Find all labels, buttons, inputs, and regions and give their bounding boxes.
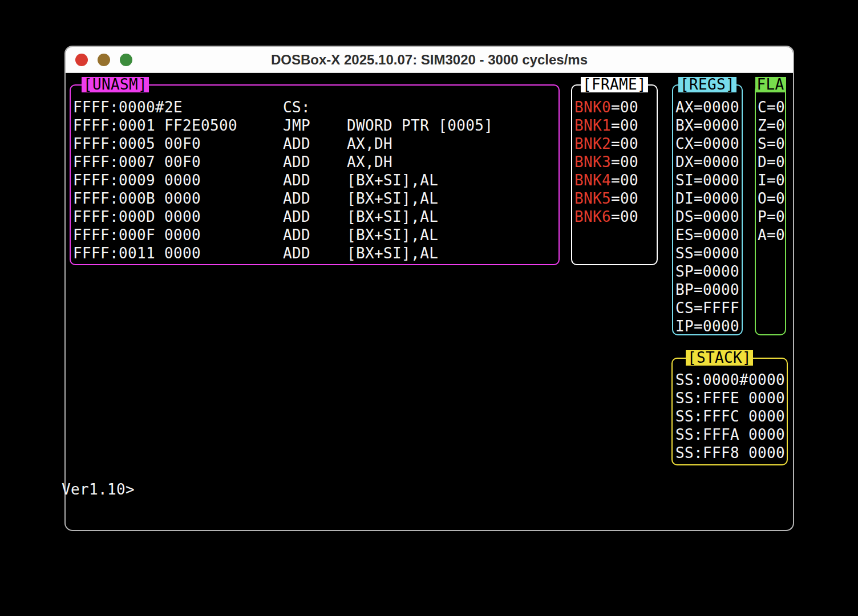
bank-row: BNK6=00 — [574, 208, 657, 226]
bank-value: =00 — [611, 208, 638, 225]
disasm-line: FFFF:0000#2E CS: — [73, 98, 558, 116]
bank-value: =00 — [611, 117, 638, 134]
bank-value: =00 — [611, 99, 638, 116]
register-row: DS=0000 — [675, 208, 742, 226]
regs-panel: [REGS] AX=0000 BX=0000 CX=0000 DX=0000 S… — [672, 84, 743, 335]
disasm-line: FFFF:0005 00F0 ADD AX,DH — [73, 135, 558, 153]
bank-name: BNK2 — [574, 135, 611, 152]
bank-name: BNK1 — [574, 117, 611, 134]
disasm-line: FFFF:000D 0000 ADD [BX+SI],AL — [73, 208, 558, 226]
disasm-line: FFFF:0011 0000 ADD [BX+SI],AL — [73, 244, 558, 262]
bank-row: BNK5=00 — [574, 189, 657, 208]
minimize-button[interactable] — [98, 54, 110, 66]
frame-panel-label: [FRAME] — [581, 77, 648, 92]
flag-row: S=0 — [758, 135, 785, 153]
bank-name: BNK5 — [574, 190, 611, 207]
zoom-button[interactable] — [120, 54, 132, 66]
flag-row: P=0 — [758, 208, 785, 226]
disasm-line: FFFF:0001 FF2E0500 JMP DWORD PTR [0005] — [73, 116, 558, 135]
stack-row: SS:FFFC 0000 — [675, 407, 787, 425]
register-row: SI=0000 — [675, 171, 742, 189]
bank-name: BNK6 — [574, 208, 611, 225]
flags-panel-label: FLA — [755, 77, 786, 92]
bank-row: BNK0=00 — [574, 98, 657, 116]
register-row: ES=0000 — [675, 226, 742, 244]
title-bar[interactable]: DOSBox-X 2025.10.07: SIM3020 - 3000 cycl… — [66, 47, 793, 73]
frame-panel: [FRAME] BNK0=00 BNK1=00 BNK2=00 BNK3=00 … — [571, 84, 658, 265]
register-list: AX=0000 BX=0000 CX=0000 DX=0000 SI=0000 … — [673, 86, 742, 335]
bank-row: BNK1=00 — [574, 116, 657, 135]
disasm-line: FFFF:000B 0000 ADD [BX+SI],AL — [73, 189, 558, 208]
flag-row: I=0 — [758, 171, 785, 189]
bank-name: BNK3 — [574, 153, 611, 171]
regs-panel-label: [REGS] — [678, 77, 736, 92]
bank-name: BNK4 — [574, 172, 611, 189]
stack-row: SS:FFFA 0000 — [675, 425, 787, 444]
unasm-listing: FFFF:0000#2E CS: FFFF:0001 FF2E0500 JMP … — [71, 86, 558, 262]
stack-row: SS:0000#0000 — [675, 371, 787, 389]
dosbox-window: DOSBox-X 2025.10.07: SIM3020 - 3000 cycl… — [64, 46, 794, 531]
stack-row: SS:FFF8 0000 — [675, 444, 787, 462]
close-button[interactable] — [75, 54, 88, 66]
traffic-lights — [75, 47, 132, 72]
bank-row: BNK3=00 — [574, 153, 657, 171]
register-row: BP=0000 — [675, 281, 742, 299]
disasm-line: FFFF:000F 0000 ADD [BX+SI],AL — [73, 226, 558, 244]
unasm-panel: [UNASM] FFFF:0000#2E CS: FFFF:0001 FF2E0… — [70, 84, 560, 265]
register-row: SP=0000 — [675, 262, 742, 281]
register-row: CS=FFFF — [675, 299, 742, 317]
flag-row: A=0 — [758, 226, 785, 244]
bank-row: BNK2=00 — [574, 135, 657, 153]
window-title: DOSBox-X 2025.10.07: SIM3020 - 3000 cycl… — [271, 52, 588, 68]
flags-panel: FLA C=0 Z=0 S=0 D=0 I=0 O=0 P=0 A=0 — [755, 84, 786, 335]
stack-list: SS:0000#0000 SS:FFFE 0000 SS:FFFC 0000 S… — [673, 359, 787, 462]
command-prompt[interactable]: Ver1.10> — [62, 480, 135, 499]
bank-value: =00 — [611, 153, 638, 171]
register-row: SS=0000 — [675, 244, 742, 262]
flag-row: Z=0 — [758, 116, 785, 135]
disasm-line: FFFF:0009 0000 ADD [BX+SI],AL — [73, 171, 558, 189]
flag-row: D=0 — [758, 153, 785, 171]
stack-panel-label: [STACK] — [686, 350, 753, 366]
bank-name: BNK0 — [574, 99, 611, 116]
stack-panel: [STACK] SS:0000#0000 SS:FFFE 0000 SS:FFF… — [671, 358, 788, 465]
flag-row: O=0 — [758, 189, 785, 208]
bank-list: BNK0=00 BNK1=00 BNK2=00 BNK3=00 BNK4=00 … — [572, 86, 657, 226]
bank-row: BNK4=00 — [574, 171, 657, 189]
disasm-line: FFFF:0007 00F0 ADD AX,DH — [73, 153, 558, 171]
bank-value: =00 — [611, 190, 638, 207]
register-row: CX=0000 — [675, 135, 742, 153]
bank-value: =00 — [611, 135, 638, 152]
register-row: BX=0000 — [675, 116, 742, 135]
register-row: AX=0000 — [675, 98, 742, 116]
register-row: IP=0000 — [675, 317, 742, 335]
flag-list: C=0 Z=0 S=0 D=0 I=0 O=0 P=0 A=0 — [756, 86, 785, 244]
register-row: DX=0000 — [675, 153, 742, 171]
register-row: DI=0000 — [675, 189, 742, 208]
flag-row: C=0 — [758, 98, 785, 116]
unasm-panel-label: [UNASM] — [82, 77, 149, 92]
stack-row: SS:FFFE 0000 — [675, 389, 787, 407]
bank-value: =00 — [611, 172, 638, 189]
